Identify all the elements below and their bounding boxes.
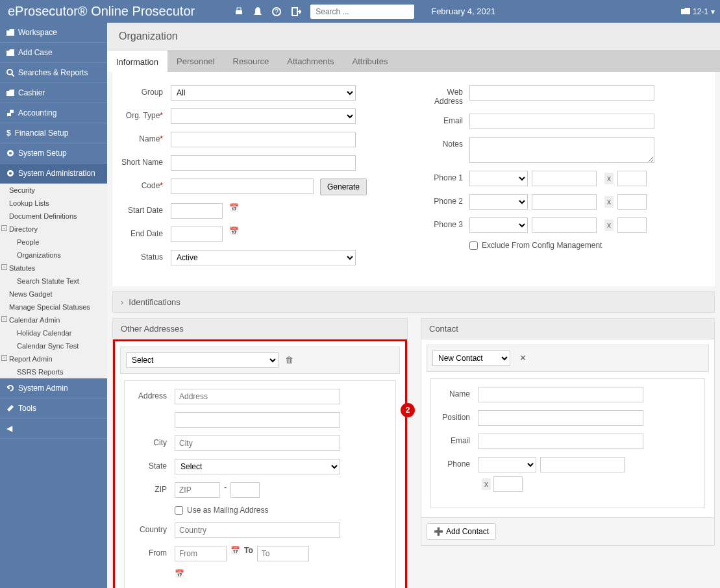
svg-rect-1 xyxy=(237,8,241,10)
logout-icon[interactable] xyxy=(291,6,301,17)
sub-newsgadget[interactable]: News Gadget xyxy=(0,288,107,300)
shortname-label: Short Name xyxy=(119,155,171,167)
sub-directory[interactable]: -Directory xyxy=(0,223,107,236)
add-contact-button[interactable]: ➕Add Contact xyxy=(427,523,496,540)
sub-holidaycal[interactable]: Holiday Calendar xyxy=(0,326,107,339)
name-input[interactable] xyxy=(171,132,356,147)
search-input[interactable] xyxy=(310,5,414,19)
code-input[interactable] xyxy=(171,178,314,194)
sub-organizations[interactable]: Organizations xyxy=(0,249,107,262)
sidebar-item-tools[interactable]: Tools xyxy=(0,398,107,419)
tab-attachments[interactable]: Attachments xyxy=(278,51,343,72)
sidebar-item-systemadmin2[interactable]: System Admin xyxy=(0,378,107,398)
collapse-icon[interactable]: - xyxy=(1,316,7,322)
sub-lookup[interactable]: Lookup Lists xyxy=(0,197,107,210)
tab-attributes[interactable]: Attributes xyxy=(343,51,397,72)
identifications-section[interactable]: Identifications xyxy=(112,291,715,313)
zip-label: ZIP xyxy=(132,482,175,494)
remove-contact-icon[interactable]: ✕ xyxy=(519,353,527,363)
address-line2[interactable] xyxy=(175,412,340,428)
phone2-label: Phone 2 xyxy=(424,194,469,206)
topbar-actions: ? February 4, 2021 xyxy=(234,5,495,19)
collapse-icon[interactable]: - xyxy=(1,225,7,231)
contact-phone-ext[interactable] xyxy=(493,476,523,492)
sidebar-item-sysadmin[interactable]: System Administration xyxy=(0,164,107,184)
phone3-type[interactable] xyxy=(469,217,528,233)
tab-personnel[interactable]: Personnel xyxy=(168,51,224,72)
folder-badge[interactable]: 12-1 ▾ xyxy=(681,7,715,16)
sidebar-item-searches[interactable]: Searches & Reports xyxy=(0,63,107,83)
generate-button[interactable]: Generate xyxy=(320,178,367,195)
zip-input[interactable] xyxy=(175,482,220,498)
phone2-ext[interactable] xyxy=(617,194,647,210)
contact-select[interactable]: New Contact xyxy=(432,350,510,366)
sub-security[interactable]: Security xyxy=(0,184,107,197)
help-icon[interactable]: ? xyxy=(271,6,282,17)
enddate-input[interactable] xyxy=(171,227,223,242)
phone1-number[interactable] xyxy=(532,171,597,186)
calendar-icon[interactable]: 📅 xyxy=(230,546,240,555)
sub-calendaradmin[interactable]: -Calendar Admin xyxy=(0,313,107,326)
sub-special[interactable]: Manage Special Statuses xyxy=(0,300,107,313)
notes-input[interactable] xyxy=(469,137,654,163)
group-select[interactable]: All xyxy=(171,85,356,101)
city-input[interactable] xyxy=(175,435,340,451)
phone3-label: Phone 3 xyxy=(424,217,469,229)
shortname-input[interactable] xyxy=(171,155,356,171)
from-input[interactable] xyxy=(175,546,227,561)
phone2-number[interactable] xyxy=(532,194,597,210)
sidebar-collapse-button[interactable]: ◀ xyxy=(0,419,107,439)
address-type-select[interactable]: Select xyxy=(126,352,279,368)
zip4-input[interactable] xyxy=(230,482,260,498)
bell-icon[interactable] xyxy=(253,6,262,17)
sidebar-item-cashier[interactable]: Cashier xyxy=(0,83,107,103)
startdate-label: Start Date xyxy=(119,203,171,215)
sidebar-item-workspace[interactable]: Workspace xyxy=(0,23,107,43)
sub-people[interactable]: People xyxy=(0,236,107,249)
sub-calsync[interactable]: Calendar Sync Test xyxy=(0,339,107,352)
calendar-icon[interactable]: 📅 xyxy=(229,203,239,212)
tab-resource[interactable]: Resource xyxy=(224,51,279,72)
phone3-number[interactable] xyxy=(532,217,597,233)
sub-reportadmin[interactable]: -Report Admin xyxy=(0,352,107,365)
svg-point-8 xyxy=(9,152,12,154)
sub-statutes[interactable]: -Statutes xyxy=(0,262,107,275)
print-icon[interactable] xyxy=(234,6,244,17)
sidebar-item-addcase[interactable]: Add Case xyxy=(0,43,107,63)
contact-position-input[interactable] xyxy=(478,410,643,426)
sidebar-item-financial[interactable]: $Financial Setup xyxy=(0,123,107,143)
collapse-icon[interactable]: - xyxy=(1,355,7,361)
phone3-ext[interactable] xyxy=(617,217,647,233)
startdate-input[interactable] xyxy=(171,203,223,219)
sidebar-item-systemsetup[interactable]: System Setup xyxy=(0,143,107,164)
plus-icon: ➕ xyxy=(434,527,443,536)
sub-docdef[interactable]: Document Definitions xyxy=(0,210,107,223)
state-select[interactable]: Select xyxy=(175,459,340,474)
nav-label: Searches & Reports xyxy=(18,68,88,77)
exclude-checkbox[interactable] xyxy=(469,241,478,250)
email-input[interactable] xyxy=(469,114,654,129)
phone2-type[interactable] xyxy=(469,194,528,210)
contact-email-input[interactable] xyxy=(478,434,643,449)
calendar-icon[interactable]: 📅 xyxy=(175,569,184,578)
collapse-icon[interactable]: - xyxy=(1,264,7,270)
sub-searchstatute[interactable]: Search Statute Text xyxy=(0,275,107,288)
contact-name-input[interactable] xyxy=(478,387,643,402)
status-select[interactable]: Active xyxy=(171,250,356,265)
mailing-checkbox[interactable] xyxy=(175,506,183,515)
to-input[interactable] xyxy=(257,546,309,561)
calendar-icon[interactable]: 📅 xyxy=(229,227,239,236)
address-line1[interactable] xyxy=(175,389,340,404)
sidebar-item-accounting[interactable]: Accounting xyxy=(0,103,107,123)
contact-phone-number[interactable] xyxy=(540,457,625,472)
orgtype-select[interactable] xyxy=(171,108,356,124)
contact-phone-type[interactable] xyxy=(478,457,536,472)
country-input[interactable] xyxy=(175,522,340,538)
phone1-ext[interactable] xyxy=(617,171,647,186)
page-title: Organization xyxy=(107,23,720,51)
tab-information[interactable]: Information xyxy=(107,51,168,72)
sub-ssrs[interactable]: SSRS Reports xyxy=(0,365,107,378)
web-input[interactable] xyxy=(469,85,654,101)
phone1-type[interactable] xyxy=(469,171,528,186)
trash-icon[interactable]: 🗑 xyxy=(285,355,293,365)
